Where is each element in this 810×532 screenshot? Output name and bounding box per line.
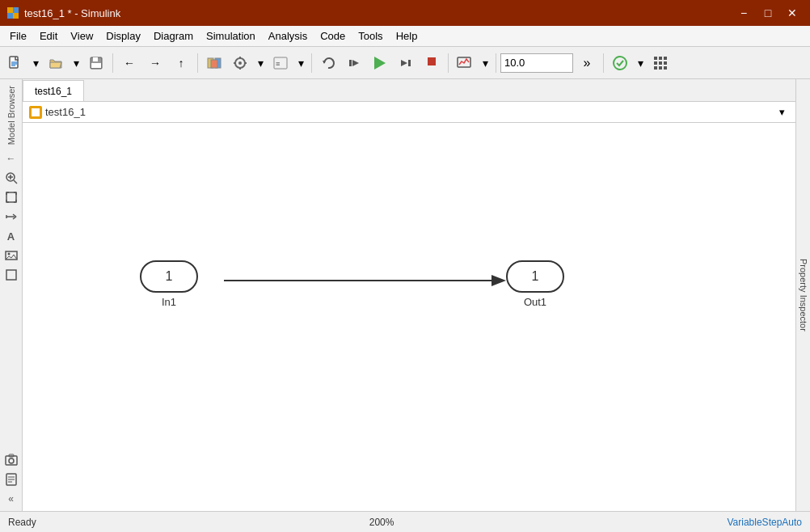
svg-rect-10 [91, 63, 101, 68]
in1-block-shape: 1 [140, 260, 198, 293]
collapse-sidebar-button[interactable]: « [2, 490, 20, 508]
svg-point-61 [9, 458, 14, 463]
solver-info[interactable]: VariableStepAuto [727, 517, 802, 528]
svg-rect-69 [32, 112, 36, 116]
tab-test16-1[interactable]: test16_1 [23, 80, 84, 101]
check-button[interactable] [608, 51, 632, 75]
title-bar-left: test16_1 * - Simulink [6, 6, 120, 19]
up-button[interactable]: ↑ [169, 51, 193, 75]
menu-tools[interactable]: Tools [352, 28, 389, 44]
fit-view-button[interactable] [2, 188, 20, 206]
svg-rect-33 [664, 57, 667, 60]
apps-button[interactable] [648, 51, 673, 75]
svg-line-41 [14, 180, 17, 184]
svg-rect-0 [7, 7, 13, 13]
snapshot-button[interactable] [2, 451, 20, 469]
main-area: Model Browser ← [0, 79, 810, 511]
zoom-in-button[interactable] [2, 169, 20, 187]
svg-rect-13 [211, 60, 217, 68]
in1-block[interactable]: 1 In1 [140, 260, 198, 308]
minimize-button[interactable]: − [732, 2, 755, 24]
menu-display[interactable]: Display [99, 28, 147, 44]
property-inspector-label[interactable]: Property Inspector [795, 255, 811, 335]
canvas-area[interactable]: 1 In1 1 Out1 [23, 123, 795, 511]
config-dropdown-button[interactable]: ▾ [254, 51, 267, 75]
separator-6 [603, 53, 604, 73]
separator-2 [197, 53, 198, 73]
title-bar-controls: − □ ✕ [732, 2, 804, 24]
svg-rect-24 [349, 60, 352, 66]
svg-rect-31 [654, 57, 657, 60]
svg-point-30 [614, 57, 626, 70]
arrow-tool-button[interactable] [2, 208, 20, 226]
breadcrumb-model-name[interactable]: test16_1 [45, 106, 86, 118]
status-bar: Ready 200% VariableStepAuto [0, 511, 810, 532]
svg-point-58 [7, 253, 10, 255]
update-dropdown-button[interactable]: ▾ [294, 51, 307, 75]
window-title: test16_1 * - Simulink [24, 7, 120, 19]
menu-file[interactable]: File [3, 28, 33, 44]
svg-rect-59 [6, 270, 16, 280]
tab-bar: test16_1 [23, 79, 795, 102]
check-dropdown-button[interactable]: ▾ [634, 51, 647, 75]
library-button[interactable] [202, 51, 226, 75]
image-tool-button[interactable] [2, 247, 20, 264]
out1-block[interactable]: 1 Out1 [506, 260, 564, 308]
breadcrumb-dropdown-button[interactable]: ▾ [774, 103, 789, 121]
text-tool-button[interactable]: A [2, 227, 20, 245]
sim-time-input[interactable] [500, 53, 573, 73]
separator-1 [112, 53, 113, 73]
svg-marker-72 [491, 275, 506, 286]
svg-marker-25 [352, 60, 359, 66]
menu-help[interactable]: Help [390, 28, 424, 44]
right-sidebar[interactable]: Property Inspector [795, 79, 810, 511]
left-sidebar: Model Browser ← [0, 79, 23, 511]
breadcrumb-bar: test16_1 ▾ [23, 102, 795, 123]
out1-block-shape: 1 [506, 260, 564, 293]
step-back-button[interactable] [342, 51, 366, 75]
svg-rect-44 [6, 192, 16, 202]
model-browser-label: Model Browser [5, 82, 18, 148]
open-button[interactable] [44, 51, 68, 75]
menu-diagram[interactable]: Diagram [147, 28, 200, 44]
undo-run-button[interactable] [316, 51, 340, 75]
scope-button[interactable] [453, 51, 477, 75]
separator-4 [448, 53, 449, 73]
menu-simulation[interactable]: Simulation [200, 28, 262, 44]
run-button[interactable] [368, 51, 392, 75]
svg-rect-27 [408, 60, 411, 66]
back-button[interactable]: ← [117, 51, 141, 75]
breadcrumb-model-icon [29, 106, 42, 119]
status-text: Ready [8, 517, 36, 528]
stop-button[interactable] [420, 51, 444, 75]
svg-rect-67 [32, 108, 36, 112]
svg-rect-32 [659, 57, 662, 60]
scope-dropdown-button[interactable]: ▾ [479, 51, 491, 75]
toolbar-more-button[interactable]: » [575, 51, 599, 75]
update-button[interactable]: ≡ [268, 51, 293, 75]
save-button[interactable] [84, 51, 108, 75]
open-dropdown-button[interactable]: ▾ [70, 51, 82, 75]
menu-edit[interactable]: Edit [33, 28, 64, 44]
new-button[interactable] [3, 51, 27, 75]
svg-rect-39 [664, 66, 667, 70]
toolbar: ▾ ▾ ← → ↑ [0, 47, 810, 79]
content-area: test16_1 test16_1 ▾ [23, 79, 795, 511]
close-button[interactable]: ✕ [781, 2, 804, 24]
title-bar: test16_1 * - Simulink − □ ✕ [0, 0, 810, 26]
svg-rect-1 [13, 7, 19, 13]
menu-analysis[interactable]: Analysis [262, 28, 314, 44]
back-nav-button[interactable]: ← [2, 150, 20, 167]
log-button[interactable] [2, 471, 20, 488]
svg-rect-34 [654, 61, 657, 65]
new-dropdown-button[interactable]: ▾ [29, 51, 42, 75]
maximize-button[interactable]: □ [757, 2, 779, 24]
connection-arrow [23, 123, 795, 511]
forward-button[interactable]: → [143, 51, 167, 75]
menu-view[interactable]: View [64, 28, 99, 44]
rect-tool-button[interactable] [2, 266, 20, 284]
config-button[interactable] [228, 51, 252, 75]
zoom-level: 200% [369, 517, 394, 528]
step-forward-button[interactable] [394, 51, 418, 75]
menu-code[interactable]: Code [314, 28, 352, 44]
